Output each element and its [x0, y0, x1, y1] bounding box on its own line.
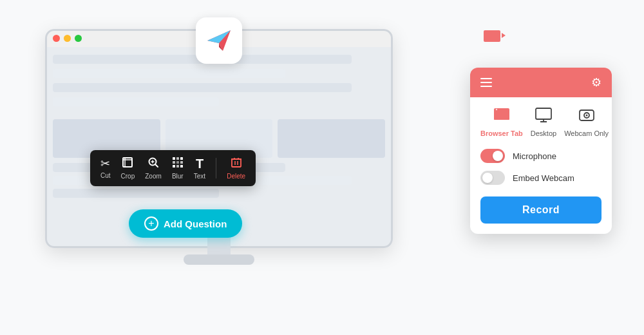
- delete-icon: [231, 157, 242, 170]
- blur-label: Blur: [172, 173, 184, 180]
- hamburger-menu-icon[interactable]: [480, 78, 492, 87]
- hamburger-line: [480, 82, 492, 83]
- minimize-dot: [64, 35, 71, 42]
- settings-gear-icon[interactable]: ⚙: [591, 75, 601, 90]
- svg-rect-13: [176, 157, 179, 160]
- microphone-row: Microphone: [480, 149, 601, 163]
- svg-rect-15: [173, 161, 175, 164]
- screen-block: [278, 119, 385, 158]
- panel-body: Browser Tab Desktop: [470, 97, 612, 234]
- source-browser-tab[interactable]: Browser Tab: [480, 108, 523, 137]
- panel-header: ⚙: [470, 68, 612, 97]
- svg-point-35: [585, 115, 587, 117]
- crop-icon: [122, 157, 133, 170]
- svg-rect-14: [180, 157, 183, 160]
- blur-icon: [172, 157, 184, 170]
- source-desktop[interactable]: Desktop: [531, 108, 556, 137]
- toolbar: ✂ Cut Crop Zoom: [90, 150, 256, 186]
- svg-rect-12: [173, 157, 175, 160]
- content-line: [53, 189, 219, 198]
- screen-small-icon: [482, 28, 506, 51]
- toolbar-crop[interactable]: Crop: [121, 157, 135, 180]
- text-label: Text: [194, 173, 205, 180]
- desktop-icon: [535, 108, 552, 126]
- hamburger-line: [480, 78, 492, 79]
- zoom-label: Zoom: [145, 173, 162, 180]
- close-dot: [53, 35, 60, 42]
- browser-tab-icon: [493, 108, 510, 126]
- hamburger-line: [480, 86, 492, 87]
- main-scene: ✂ Cut Crop Zoom: [13, 10, 631, 325]
- toolbar-text[interactable]: T Text: [194, 157, 205, 180]
- svg-rect-18: [173, 165, 175, 168]
- svg-rect-28: [494, 111, 509, 120]
- add-circle-icon: +: [144, 216, 158, 231]
- svg-rect-16: [176, 161, 179, 164]
- toggle-knob: [482, 173, 493, 183]
- content-line: [53, 69, 285, 78]
- crop-label: Crop: [121, 173, 135, 180]
- toolbar-delete[interactable]: Delete: [227, 157, 245, 180]
- svg-point-29: [496, 109, 497, 110]
- svg-line-9: [156, 165, 158, 168]
- svg-marker-4: [502, 33, 506, 38]
- embed-webcam-toggle[interactable]: [480, 171, 505, 185]
- zoom-icon: [147, 157, 159, 170]
- cut-icon: ✂: [100, 158, 110, 169]
- webcam-icon: [578, 108, 595, 126]
- svg-rect-17: [180, 161, 183, 164]
- microphone-label: Microphone: [513, 151, 556, 161]
- cut-label: Cut: [100, 172, 111, 179]
- webcam-label: Webcam Only: [564, 129, 609, 137]
- toolbar-divider: [216, 158, 216, 178]
- embed-webcam-row: Embed Webcam: [480, 171, 601, 185]
- content-line: [53, 97, 219, 106]
- monitor-stand-neck: [207, 235, 231, 256]
- svg-rect-21: [232, 159, 241, 167]
- content-line: [53, 83, 352, 92]
- toggle-knob: [493, 151, 503, 161]
- source-options: Browser Tab Desktop: [480, 108, 601, 137]
- toolbar-blur[interactable]: Blur: [172, 157, 184, 180]
- toolbar-cut[interactable]: ✂ Cut: [100, 158, 111, 179]
- app-icon: [196, 17, 242, 64]
- record-button[interactable]: Record: [480, 196, 601, 224]
- recording-panel: ⚙ Browser Tab: [470, 68, 612, 234]
- text-icon: T: [196, 157, 204, 170]
- microphone-toggle[interactable]: [480, 149, 505, 163]
- toolbar-zoom[interactable]: Zoom: [145, 157, 162, 180]
- delete-label: Delete: [227, 173, 245, 180]
- maximize-dot: [75, 35, 82, 42]
- svg-rect-20: [180, 165, 183, 168]
- source-webcam[interactable]: Webcam Only: [564, 108, 609, 137]
- embed-webcam-label: Embed Webcam: [513, 173, 574, 183]
- svg-rect-19: [176, 165, 179, 168]
- browser-tab-label: Browser Tab: [480, 129, 523, 137]
- add-question-label: Add Question: [164, 218, 227, 229]
- svg-rect-3: [484, 30, 500, 42]
- svg-rect-5: [123, 158, 132, 167]
- monitor-stand-base: [184, 254, 254, 265]
- svg-rect-30: [536, 108, 551, 119]
- desktop-label: Desktop: [531, 129, 556, 137]
- add-question-button[interactable]: + Add Question: [129, 209, 242, 238]
